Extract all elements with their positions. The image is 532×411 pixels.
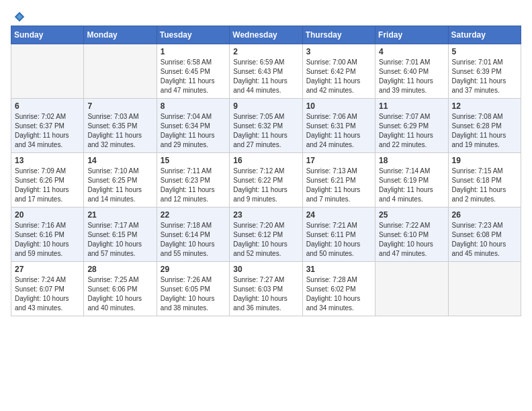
day-number: 1 xyxy=(161,47,226,56)
day-number: 22 xyxy=(161,210,226,220)
day-number: 3 xyxy=(306,47,371,56)
day-number: 21 xyxy=(87,210,152,220)
day-number: 7 xyxy=(87,101,152,111)
calendar-day-cell: 10Sunrise: 7:06 AM Sunset: 6:31 PM Dayli… xyxy=(302,99,375,153)
day-info: Sunrise: 7:17 AM Sunset: 6:15 PM Dayligh… xyxy=(87,221,152,259)
day-number: 14 xyxy=(87,156,152,165)
day-info: Sunrise: 7:20 AM Sunset: 6:12 PM Dayligh… xyxy=(233,221,298,259)
calendar-day-cell: 13Sunrise: 7:09 AM Sunset: 6:26 PM Dayli… xyxy=(11,153,84,208)
day-info: Sunrise: 7:01 AM Sunset: 6:39 PM Dayligh… xyxy=(452,58,517,95)
calendar-day-cell xyxy=(84,44,157,99)
day-number: 10 xyxy=(306,101,371,111)
day-info: Sunrise: 7:18 AM Sunset: 6:14 PM Dayligh… xyxy=(161,221,226,259)
calendar-day-cell: 18Sunrise: 7:14 AM Sunset: 6:19 PM Dayli… xyxy=(375,153,448,208)
calendar-week-row: 20Sunrise: 7:16 AM Sunset: 6:16 PM Dayli… xyxy=(11,208,521,262)
day-number: 4 xyxy=(379,47,444,56)
day-number: 17 xyxy=(306,156,371,165)
day-info: Sunrise: 6:58 AM Sunset: 6:45 PM Dayligh… xyxy=(161,58,226,95)
day-info: Sunrise: 7:11 AM Sunset: 6:23 PM Dayligh… xyxy=(161,167,226,204)
calendar-day-cell: 19Sunrise: 7:15 AM Sunset: 6:18 PM Dayli… xyxy=(448,153,521,208)
day-info: Sunrise: 7:25 AM Sunset: 6:06 PM Dayligh… xyxy=(87,275,152,313)
day-info: Sunrise: 7:14 AM Sunset: 6:19 PM Dayligh… xyxy=(379,167,444,204)
calendar-day-cell: 26Sunrise: 7:23 AM Sunset: 6:08 PM Dayli… xyxy=(448,208,521,262)
calendar-header-tuesday: Tuesday xyxy=(157,26,229,44)
calendar-header-monday: Monday xyxy=(84,26,157,44)
day-number: 20 xyxy=(15,210,80,220)
calendar-day-cell: 6Sunrise: 7:02 AM Sunset: 6:37 PM Daylig… xyxy=(11,99,84,153)
page-header xyxy=(11,11,521,19)
day-info: Sunrise: 7:24 AM Sunset: 6:07 PM Dayligh… xyxy=(15,275,80,313)
day-info: Sunrise: 7:10 AM Sunset: 6:25 PM Dayligh… xyxy=(87,167,152,204)
day-number: 12 xyxy=(452,101,517,111)
calendar-week-row: 27Sunrise: 7:24 AM Sunset: 6:07 PM Dayli… xyxy=(11,262,521,316)
day-info: Sunrise: 7:08 AM Sunset: 6:28 PM Dayligh… xyxy=(452,112,517,150)
day-number: 5 xyxy=(452,47,517,56)
day-info: Sunrise: 6:59 AM Sunset: 6:43 PM Dayligh… xyxy=(233,58,298,95)
day-number: 13 xyxy=(15,156,80,165)
calendar-day-cell: 30Sunrise: 7:27 AM Sunset: 6:03 PM Dayli… xyxy=(230,262,302,316)
calendar-week-row: 13Sunrise: 7:09 AM Sunset: 6:26 PM Dayli… xyxy=(11,153,521,208)
day-number: 6 xyxy=(15,101,80,111)
day-number: 25 xyxy=(379,210,444,220)
calendar-day-cell: 17Sunrise: 7:13 AM Sunset: 6:21 PM Dayli… xyxy=(302,153,375,208)
calendar-day-cell: 31Sunrise: 7:28 AM Sunset: 6:02 PM Dayli… xyxy=(302,262,375,316)
day-number: 24 xyxy=(306,210,371,220)
day-number: 2 xyxy=(233,47,298,56)
day-info: Sunrise: 7:12 AM Sunset: 6:22 PM Dayligh… xyxy=(233,167,298,204)
day-info: Sunrise: 7:02 AM Sunset: 6:37 PM Dayligh… xyxy=(15,112,80,150)
calendar-table: SundayMondayTuesdayWednesdayThursdayFrid… xyxy=(11,26,521,316)
calendar-day-cell: 2Sunrise: 6:59 AM Sunset: 6:43 PM Daylig… xyxy=(230,44,302,99)
day-number: 16 xyxy=(233,156,298,165)
day-info: Sunrise: 7:01 AM Sunset: 6:40 PM Dayligh… xyxy=(379,58,444,95)
calendar-day-cell: 28Sunrise: 7:25 AM Sunset: 6:06 PM Dayli… xyxy=(84,262,157,316)
day-info: Sunrise: 7:07 AM Sunset: 6:29 PM Dayligh… xyxy=(379,112,444,150)
day-info: Sunrise: 7:23 AM Sunset: 6:08 PM Dayligh… xyxy=(452,221,517,259)
calendar-day-cell: 22Sunrise: 7:18 AM Sunset: 6:14 PM Dayli… xyxy=(157,208,229,262)
day-number: 9 xyxy=(233,101,298,111)
calendar-week-row: 6Sunrise: 7:02 AM Sunset: 6:37 PM Daylig… xyxy=(11,99,521,153)
day-number: 31 xyxy=(306,265,371,274)
logo-icon xyxy=(13,11,26,23)
day-number: 8 xyxy=(161,101,226,111)
calendar-day-cell: 5Sunrise: 7:01 AM Sunset: 6:39 PM Daylig… xyxy=(448,44,521,99)
calendar-header-wednesday: Wednesday xyxy=(230,26,302,44)
day-info: Sunrise: 7:26 AM Sunset: 6:05 PM Dayligh… xyxy=(161,275,226,313)
day-info: Sunrise: 7:21 AM Sunset: 6:11 PM Dayligh… xyxy=(306,221,371,259)
day-info: Sunrise: 7:13 AM Sunset: 6:21 PM Dayligh… xyxy=(306,167,371,204)
calendar-day-cell: 8Sunrise: 7:04 AM Sunset: 6:34 PM Daylig… xyxy=(157,99,229,153)
day-number: 29 xyxy=(161,265,226,274)
calendar-day-cell: 3Sunrise: 7:00 AM Sunset: 6:42 PM Daylig… xyxy=(302,44,375,99)
day-info: Sunrise: 7:28 AM Sunset: 6:02 PM Dayligh… xyxy=(306,275,371,313)
calendar-day-cell: 29Sunrise: 7:26 AM Sunset: 6:05 PM Dayli… xyxy=(157,262,229,316)
calendar-day-cell: 7Sunrise: 7:03 AM Sunset: 6:35 PM Daylig… xyxy=(84,99,157,153)
calendar-day-cell: 9Sunrise: 7:05 AM Sunset: 6:32 PM Daylig… xyxy=(230,99,302,153)
day-number: 23 xyxy=(233,210,298,220)
calendar-header-row: SundayMondayTuesdayWednesdayThursdayFrid… xyxy=(11,26,521,44)
calendar-day-cell: 20Sunrise: 7:16 AM Sunset: 6:16 PM Dayli… xyxy=(11,208,84,262)
calendar-day-cell: 16Sunrise: 7:12 AM Sunset: 6:22 PM Dayli… xyxy=(230,153,302,208)
calendar-day-cell: 15Sunrise: 7:11 AM Sunset: 6:23 PM Dayli… xyxy=(157,153,229,208)
calendar-week-row: 1Sunrise: 6:58 AM Sunset: 6:45 PM Daylig… xyxy=(11,44,521,99)
calendar-day-cell: 24Sunrise: 7:21 AM Sunset: 6:11 PM Dayli… xyxy=(302,208,375,262)
day-info: Sunrise: 7:03 AM Sunset: 6:35 PM Dayligh… xyxy=(87,112,152,150)
calendar-day-cell xyxy=(448,262,521,316)
calendar-header-friday: Friday xyxy=(375,26,448,44)
day-info: Sunrise: 7:27 AM Sunset: 6:03 PM Dayligh… xyxy=(233,275,298,313)
calendar-day-cell: 11Sunrise: 7:07 AM Sunset: 6:29 PM Dayli… xyxy=(375,99,448,153)
logo xyxy=(11,11,26,19)
day-number: 27 xyxy=(15,265,80,274)
day-info: Sunrise: 7:22 AM Sunset: 6:10 PM Dayligh… xyxy=(379,221,444,259)
day-info: Sunrise: 7:05 AM Sunset: 6:32 PM Dayligh… xyxy=(233,112,298,150)
day-info: Sunrise: 7:00 AM Sunset: 6:42 PM Dayligh… xyxy=(306,58,371,95)
day-info: Sunrise: 7:16 AM Sunset: 6:16 PM Dayligh… xyxy=(15,221,80,259)
calendar-header-saturday: Saturday xyxy=(448,26,521,44)
day-info: Sunrise: 7:15 AM Sunset: 6:18 PM Dayligh… xyxy=(452,167,517,204)
calendar-day-cell: 27Sunrise: 7:24 AM Sunset: 6:07 PM Dayli… xyxy=(11,262,84,316)
calendar-day-cell: 21Sunrise: 7:17 AM Sunset: 6:15 PM Dayli… xyxy=(84,208,157,262)
calendar-header-sunday: Sunday xyxy=(11,26,84,44)
day-number: 30 xyxy=(233,265,298,274)
calendar-day-cell xyxy=(11,44,84,99)
calendar-day-cell xyxy=(375,262,448,316)
day-info: Sunrise: 7:06 AM Sunset: 6:31 PM Dayligh… xyxy=(306,112,371,150)
day-info: Sunrise: 7:09 AM Sunset: 6:26 PM Dayligh… xyxy=(15,167,80,204)
